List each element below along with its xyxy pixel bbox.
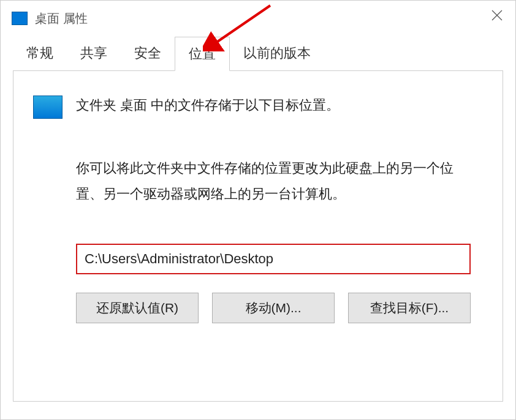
path-container [76, 244, 471, 274]
tab-security[interactable]: 安全 [121, 37, 175, 71]
titlebar: 桌面 属性 [1, 1, 515, 36]
properties-window: 桌面 属性 常规 共享 安全 位置 以前的版本 文件夹 桌面 中的文件存储 [0, 0, 516, 420]
desktop-folder-icon [12, 12, 28, 25]
tab-previous-versions[interactable]: 以前的版本 [230, 37, 324, 71]
info-text: 文件夹 桌面 中的文件存储于以下目标位置。 [76, 94, 340, 116]
tab-sharing[interactable]: 共享 [67, 37, 121, 71]
info-row: 文件夹 桌面 中的文件存储于以下目标位置。 [33, 94, 483, 119]
path-input[interactable] [76, 244, 471, 274]
desktop-icon [33, 96, 63, 119]
tabs: 常规 共享 安全 位置 以前的版本 [13, 36, 503, 71]
move-button[interactable]: 移动(M)... [212, 293, 335, 323]
restore-default-button[interactable]: 还原默认值(R) [76, 293, 199, 323]
tab-content: 文件夹 桌面 中的文件存储于以下目标位置。 你可以将此文件夹中文件存储的位置更改… [13, 71, 503, 402]
buttons-row: 还原默认值(R) 移动(M)... 查找目标(F)... [76, 293, 471, 323]
tabs-container: 常规 共享 安全 位置 以前的版本 文件夹 桌面 中的文件存储于以下目标位置。 … [1, 36, 515, 402]
tab-general[interactable]: 常规 [13, 37, 67, 71]
description-text: 你可以将此文件夹中文件存储的位置更改为此硬盘上的另一个位置、另一个驱动器或网络上… [76, 156, 471, 207]
close-icon [491, 10, 503, 21]
close-button[interactable] [479, 1, 515, 30]
window-title: 桌面 属性 [35, 10, 88, 27]
tab-location[interactable]: 位置 [175, 37, 230, 71]
find-target-button[interactable]: 查找目标(F)... [348, 293, 471, 323]
